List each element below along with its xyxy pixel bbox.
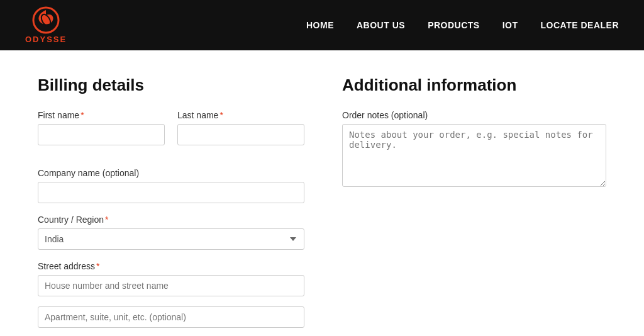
last-name-required: *: [219, 110, 223, 120]
street-required: *: [96, 261, 99, 271]
country-required: *: [105, 215, 108, 225]
nav-iot[interactable]: IOT: [502, 20, 518, 30]
first-name-group: First name*: [38, 110, 165, 145]
street-label: Street address*: [38, 261, 304, 271]
additional-section: Additional information Order notes (opti…: [342, 76, 606, 336]
logo-text: ODYSSE: [25, 35, 67, 44]
logo[interactable]: ODYSSE: [25, 6, 67, 44]
last-name-group: Last name*: [177, 110, 304, 145]
site-header: ODYSSE HOME ABOUT US PRODUCTS IOT LOCATE…: [0, 0, 644, 50]
billing-section: Billing details First name* Last name* C…: [38, 76, 304, 336]
nav-home[interactable]: HOME: [306, 20, 334, 30]
first-name-label: First name*: [38, 110, 165, 120]
first-name-input[interactable]: [38, 124, 165, 145]
main-content: Billing details First name* Last name* C…: [0, 50, 644, 336]
name-row: First name* Last name*: [38, 110, 304, 157]
main-nav: HOME ABOUT US PRODUCTS IOT LOCATE DEALER: [306, 20, 619, 30]
street-group: Street address*: [38, 261, 304, 328]
street-input-2[interactable]: [38, 306, 304, 328]
country-label: Country / Region*: [38, 215, 304, 225]
billing-title: Billing details: [38, 76, 304, 95]
additional-title: Additional information: [342, 76, 606, 95]
last-name-label: Last name*: [177, 110, 304, 120]
order-notes-label: Order notes (optional): [342, 110, 606, 120]
last-name-input[interactable]: [177, 124, 304, 145]
company-name-input[interactable]: [38, 182, 304, 203]
country-select[interactable]: India: [38, 228, 304, 250]
company-name-label: Company name (optional): [38, 168, 304, 178]
company-name-group: Company name (optional): [38, 168, 304, 203]
street-input-1[interactable]: [38, 275, 304, 296]
order-notes-group: Order notes (optional): [342, 110, 606, 187]
nav-about[interactable]: ABOUT US: [357, 20, 405, 30]
nav-locate-dealer[interactable]: LOCATE DEALER: [541, 20, 619, 30]
country-group: Country / Region* India: [38, 215, 304, 250]
first-name-required: *: [80, 110, 84, 120]
order-notes-input[interactable]: [342, 124, 606, 187]
logo-icon: [32, 6, 60, 34]
nav-products[interactable]: PRODUCTS: [428, 20, 480, 30]
